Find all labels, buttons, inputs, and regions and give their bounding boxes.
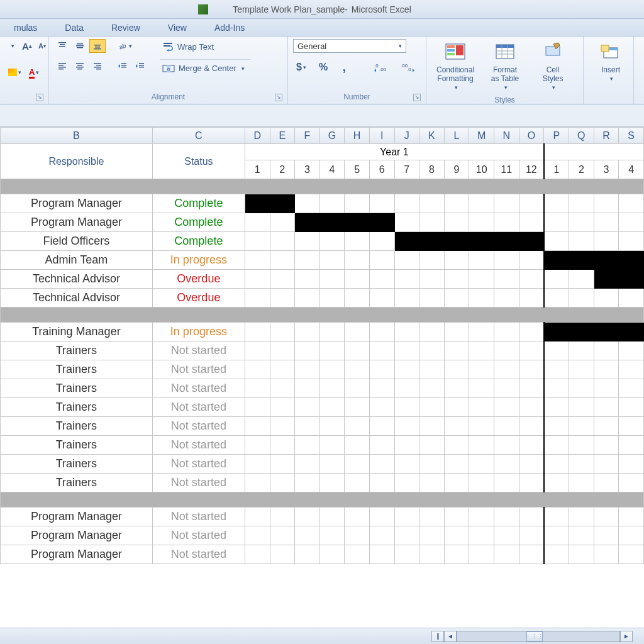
gantt-cell[interactable] <box>519 270 544 289</box>
gantt-cell[interactable] <box>619 436 644 455</box>
gantt-cell[interactable] <box>319 398 345 417</box>
gantt-cell[interactable] <box>619 289 644 308</box>
gantt-cell[interactable] <box>270 251 295 270</box>
column-header-S[interactable]: S <box>619 128 644 144</box>
month-y1-10[interactable]: 10 <box>469 160 494 179</box>
gantt-cell[interactable] <box>544 526 569 545</box>
gantt-cell[interactable] <box>394 270 419 289</box>
cell-responsible[interactable]: Trainers <box>1 398 153 417</box>
month-y1-8[interactable]: 8 <box>419 160 445 179</box>
gantt-cell[interactable] <box>270 545 295 564</box>
merge-center-button[interactable]: a Merge & Center ▾ <box>160 59 251 77</box>
gantt-cell[interactable] <box>569 323 594 341</box>
cell-responsible[interactable]: Trainers <box>1 341 153 360</box>
gantt-cell[interactable] <box>295 232 320 251</box>
gantt-cell[interactable] <box>544 289 569 308</box>
gantt-cell[interactable] <box>345 417 370 436</box>
gantt-cell[interactable] <box>419 289 445 308</box>
format-as-table-button[interactable]: Format as Table▾ <box>483 39 527 94</box>
gantt-cell[interactable] <box>444 455 469 474</box>
gantt-cell[interactable] <box>394 379 419 398</box>
gantt-cell[interactable] <box>594 508 619 526</box>
gantt-cell[interactable] <box>594 474 619 492</box>
column-header-F[interactable]: F <box>295 128 320 144</box>
gantt-cell[interactable] <box>245 360 270 379</box>
cell-responsible[interactable]: Program Manager <box>1 194 153 213</box>
gantt-cell[interactable] <box>295 251 320 270</box>
gantt-cell[interactable] <box>519 508 544 526</box>
gantt-cell[interactable] <box>245 323 270 341</box>
font-launcher-icon[interactable]: ↘ <box>36 94 43 101</box>
gantt-cell[interactable] <box>519 545 544 564</box>
gantt-cell[interactable] <box>270 232 295 251</box>
gantt-cell[interactable] <box>270 270 295 289</box>
gantt-cell[interactable] <box>345 455 370 474</box>
cell-styles-button[interactable]: Cell Styles▾ <box>531 39 575 94</box>
gantt-cell[interactable] <box>270 474 295 492</box>
gantt-cell[interactable] <box>494 213 519 232</box>
gantt-cell[interactable] <box>369 194 394 213</box>
accounting-format-button[interactable]: $▾ <box>293 60 309 74</box>
gantt-cell[interactable] <box>394 526 419 545</box>
font-color-button[interactable]: A▾ <box>26 65 42 79</box>
gantt-cell[interactable] <box>270 379 295 398</box>
gantt-cell[interactable] <box>270 360 295 379</box>
cell-status[interactable]: Not started <box>152 379 245 398</box>
gantt-cell[interactable] <box>245 545 270 564</box>
gantt-cell[interactable] <box>494 455 519 474</box>
gantt-cell[interactable] <box>519 232 544 251</box>
gantt-cell[interactable] <box>319 508 345 526</box>
column-header-J[interactable]: J <box>394 128 419 144</box>
column-header-B[interactable]: B <box>1 128 153 144</box>
gantt-cell[interactable] <box>345 360 370 379</box>
gantt-cell[interactable] <box>319 545 345 564</box>
gantt-cell[interactable] <box>444 323 469 341</box>
gantt-cell[interactable] <box>494 545 519 564</box>
gantt-cell[interactable] <box>319 270 345 289</box>
gantt-cell[interactable] <box>494 360 519 379</box>
gantt-cell[interactable] <box>394 474 419 492</box>
gantt-cell[interactable] <box>594 545 619 564</box>
tab-addins[interactable]: Add-Ins <box>201 19 258 36</box>
gantt-cell[interactable] <box>270 455 295 474</box>
gantt-cell[interactable] <box>469 323 494 341</box>
gantt-cell[interactable] <box>345 545 370 564</box>
gantt-cell[interactable] <box>569 474 594 492</box>
gantt-cell[interactable] <box>369 526 394 545</box>
gantt-cell[interactable] <box>594 341 619 360</box>
alignment-launcher-icon[interactable]: ↘ <box>275 94 282 101</box>
gantt-cell[interactable] <box>345 289 370 308</box>
gantt-cell[interactable] <box>319 341 345 360</box>
horizontal-scrollbar[interactable]: ‖ ◄ ⋮⋮⋮ ► <box>0 628 644 644</box>
gantt-cell[interactable] <box>519 341 544 360</box>
gantt-cell[interactable] <box>494 289 519 308</box>
insert-button[interactable]: Insert ▾ <box>589 39 633 91</box>
gantt-cell[interactable] <box>419 417 445 436</box>
gantt-cell[interactable] <box>594 436 619 455</box>
gantt-cell[interactable] <box>295 341 320 360</box>
gantt-cell[interactable] <box>345 436 370 455</box>
gantt-cell[interactable] <box>319 251 345 270</box>
column-header-R[interactable]: R <box>594 128 619 144</box>
scroll-right-icon[interactable]: ► <box>620 631 633 642</box>
gantt-cell[interactable] <box>444 194 469 213</box>
month-y1-9[interactable]: 9 <box>444 160 469 179</box>
gantt-cell[interactable] <box>594 213 619 232</box>
gantt-cell[interactable] <box>345 270 370 289</box>
gantt-cell[interactable] <box>295 270 320 289</box>
gantt-cell[interactable] <box>519 526 544 545</box>
gantt-cell[interactable] <box>469 474 494 492</box>
gantt-cell[interactable] <box>519 455 544 474</box>
gantt-cell[interactable] <box>345 232 370 251</box>
gantt-cell[interactable] <box>295 379 320 398</box>
scroll-thumb[interactable]: ⋮⋮⋮ <box>526 631 543 641</box>
gantt-cell[interactable] <box>544 213 569 232</box>
column-header-N[interactable]: N <box>494 128 519 144</box>
gantt-cell[interactable] <box>469 455 494 474</box>
gantt-cell[interactable] <box>444 360 469 379</box>
gantt-cell[interactable] <box>319 232 345 251</box>
column-header-D[interactable]: D <box>245 128 270 144</box>
gantt-cell[interactable] <box>569 455 594 474</box>
gantt-cell[interactable] <box>245 474 270 492</box>
gantt-cell[interactable] <box>619 508 644 526</box>
